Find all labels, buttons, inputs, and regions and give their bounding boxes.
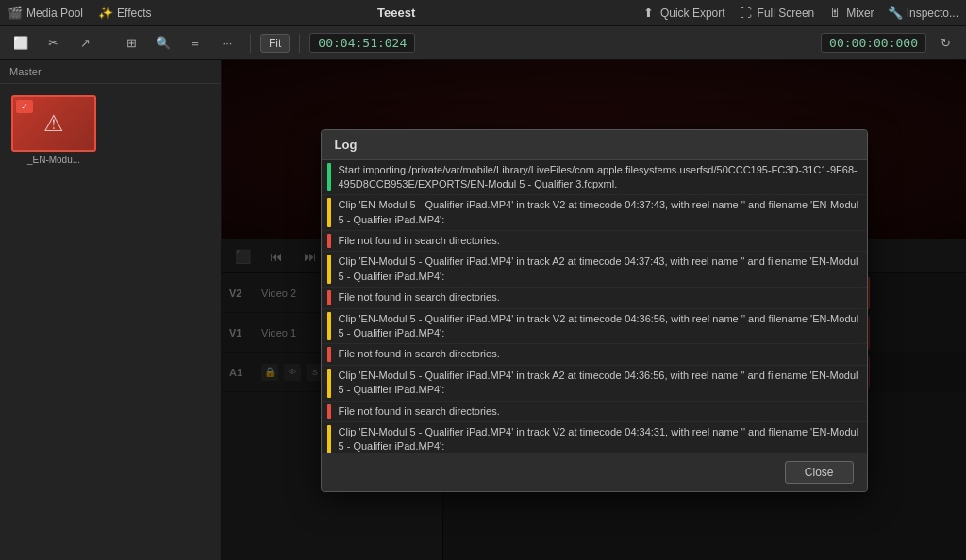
fullscreen-icon: ⛶ (739, 6, 754, 21)
effects-label: Effects (117, 7, 151, 20)
project-title: Teeest (377, 6, 415, 20)
modal-overlay: Log Start importing /private/var/mobile/… (222, 60, 966, 560)
log-entry: Clip 'EN-Modul 5 - Qualifier iPad.MP4' i… (322, 195, 867, 231)
main-area: Master ✓ ⚠ _EN-Modu... ⬛ ⏮ ⏭ ⏭ ⛶ (0, 60, 966, 560)
media-thumbnail[interactable]: ✓ ⚠ _EN-Modu... (11, 95, 96, 165)
toolbar-trim-btn[interactable]: ✂ (40, 31, 66, 56)
thumb-badge: ✓ (16, 100, 33, 113)
quick-export-label: Quick Export (660, 7, 725, 20)
log-text: Clip 'EN-Modul 5 - Qualifier iPad.MP4' i… (339, 369, 861, 398)
thumbnail-image: ✓ ⚠ (11, 95, 96, 152)
effects-btn[interactable]: ✨ Effects (98, 6, 151, 21)
top-bar: 🎬 Media Pool ✨ Effects Teeest ⬆ Quick Ex… (0, 0, 966, 26)
toolbar-select-btn[interactable]: ↗ (72, 31, 98, 56)
log-text: File not found in search directories. (339, 404, 861, 419)
log-text: Start importing /private/var/mobile/Libr… (339, 163, 861, 192)
film-icon: ⚠ (43, 110, 64, 137)
log-indicator (327, 404, 331, 419)
quick-export-icon: ⬆ (641, 6, 657, 21)
log-indicator (327, 369, 331, 398)
log-text: Clip 'EN-Modul 5 - Qualifier iPad.MP4' i… (339, 198, 861, 227)
inspector-btn[interactable]: 🔧 Inspecto... (888, 6, 958, 21)
media-pool-content: ✓ ⚠ _EN-Modu... (0, 84, 221, 560)
mixer-btn[interactable]: 🎚 Mixer (827, 6, 874, 21)
log-text: File not found in search directories. (339, 290, 861, 305)
log-indicator (327, 198, 331, 227)
left-panel: Master ✓ ⚠ _EN-Modu... (0, 60, 222, 560)
media-pool-header: Master (0, 60, 221, 84)
log-modal-title: Log (322, 130, 867, 160)
close-button[interactable]: Close (785, 461, 854, 484)
toolbar-search-btn[interactable]: 🔍 (150, 31, 176, 56)
toolbar: ⬜ ✂ ↗ ⊞ 🔍 ≡ ··· Fit 00:04:51:024 00:00:0… (0, 26, 966, 60)
log-indicator (327, 425, 331, 453)
log-entry: Start importing /private/var/mobile/Libr… (322, 160, 867, 196)
log-text: Clip 'EN-Modul 5 - Qualifier iPad.MP4' i… (339, 255, 861, 284)
log-modal-footer: Close (322, 453, 867, 491)
log-entry: File not found in search directories. (322, 231, 867, 252)
inspector-label: Inspecto... (907, 7, 958, 20)
toolbar-refresh-btn[interactable]: ↻ (932, 31, 958, 56)
log-text: Clip 'EN-Modul 5 - Qualifier iPad.MP4' i… (339, 425, 861, 453)
log-text: File not found in search directories. (339, 234, 861, 248)
log-entry: File not found in search directories. (322, 288, 867, 308)
log-entry: Clip 'EN-Modul 5 - Qualifier iPad.MP4' i… (322, 422, 867, 453)
log-entry: File not found in search directories. (322, 402, 867, 422)
log-entry: Clip 'EN-Modul 5 - Qualifier iPad.MP4' i… (322, 252, 867, 288)
toolbar-clip-btn[interactable]: ⬜ (8, 31, 34, 56)
inspector-icon: 🔧 (888, 6, 903, 21)
end-timecode-display: 00:00:00:000 (821, 33, 926, 53)
timeline-area: ⬛ ⏮ ⏭ ⏭ ⛶ 🔊 00:00:00:000 V2 (222, 60, 966, 560)
media-pool-label: Media Pool (26, 7, 83, 20)
quick-export-btn[interactable]: ⬆ Quick Export (641, 6, 725, 21)
thumbnail-label: _EN-Modu... (11, 155, 96, 165)
log-modal: Log Start importing /private/var/mobile/… (321, 129, 868, 492)
timecode-display: 00:04:51:024 (309, 33, 415, 53)
fit-btn[interactable]: Fit (260, 34, 290, 53)
toolbar-sep-3 (299, 34, 300, 53)
log-indicator (327, 163, 331, 192)
toolbar-sep-1 (108, 34, 108, 53)
log-indicator (327, 347, 331, 361)
media-pool-btn[interactable]: 🎬 Media Pool (8, 6, 83, 21)
toolbar-grid-btn[interactable]: ⊞ (118, 31, 144, 56)
mixer-label: Mixer (846, 7, 874, 20)
effects-icon: ✨ (98, 6, 113, 21)
log-modal-body[interactable]: Start importing /private/var/mobile/Libr… (322, 160, 867, 453)
fullscreen-btn[interactable]: ⛶ Full Screen (739, 6, 815, 21)
log-text: Clip 'EN-Modul 5 - Qualifier iPad.MP4' i… (339, 312, 861, 341)
log-entry: Clip 'EN-Modul 5 - Qualifier iPad.MP4' i… (322, 309, 867, 345)
log-indicator (327, 255, 331, 284)
log-indicator (327, 312, 331, 341)
log-indicator (327, 234, 331, 248)
media-pool-icon: 🎬 (8, 6, 23, 21)
log-indicator (327, 290, 331, 305)
log-text: File not found in search directories. (339, 347, 861, 361)
toolbar-sep-2 (250, 34, 251, 53)
toolbar-sort-btn[interactable]: ≡ (182, 31, 208, 56)
fullscreen-label: Full Screen (758, 7, 815, 20)
log-entry: File not found in search directories. (322, 344, 867, 365)
toolbar-more-btn[interactable]: ··· (214, 31, 241, 56)
mixer-icon: 🎚 (827, 6, 842, 21)
log-entry: Clip 'EN-Modul 5 - Qualifier iPad.MP4' i… (322, 366, 867, 402)
